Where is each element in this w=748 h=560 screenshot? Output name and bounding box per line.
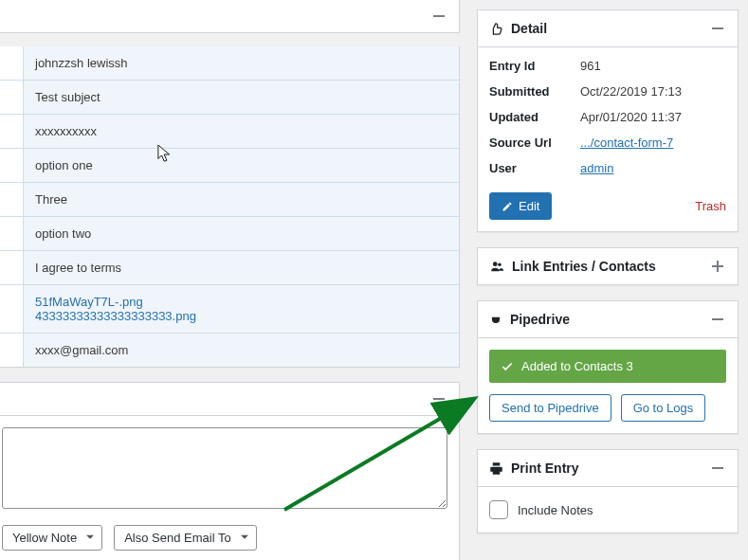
row-label-cell: [0, 251, 24, 285]
trash-link[interactable]: Trash: [695, 199, 726, 213]
print-entry-header: Print Entry: [478, 450, 738, 487]
row-label-cell: [0, 183, 24, 217]
include-notes-label: Include Notes: [518, 503, 593, 517]
table-row: johnzzsh lewissh: [0, 46, 459, 81]
detail-key-submitted: Submitted: [489, 84, 575, 99]
table-row: option two: [0, 217, 459, 251]
svg-rect-2: [712, 27, 723, 29]
detail-val-entry-id: 961: [580, 59, 726, 73]
pencil-icon: [502, 201, 513, 212]
detail-grid: Entry Id 961 Submitted Oct/22/2019 17:13…: [478, 47, 738, 189]
row-label-cell: [0, 149, 24, 183]
detail-key-source-url: Source Url: [489, 135, 575, 150]
collapse-icon[interactable]: [430, 8, 447, 25]
table-row: xxxx@gmail.com: [0, 334, 459, 367]
pipedrive-success-text: Added to Contacts 3: [521, 359, 633, 373]
collapse-icon[interactable]: [709, 20, 726, 37]
edit-button-label: Edit: [519, 199, 539, 213]
note-color-select[interactable]: Yellow Note: [2, 525, 102, 551]
detail-key-user: User: [489, 161, 575, 175]
svg-rect-8: [712, 467, 723, 469]
source-url-link[interactable]: .../contact-form-7: [580, 135, 673, 150]
pipedrive-success: Added to Contacts 3: [489, 350, 726, 383]
detail-val-source-url: .../contact-form-7: [580, 135, 726, 150]
field-value: option two: [24, 217, 459, 251]
panel-title-text: Detail: [511, 21, 547, 36]
panel-title-text: Pipedrive: [510, 312, 570, 327]
detail-key-entry-id: Entry Id: [489, 59, 575, 73]
file-link[interactable]: 51fMaWayT7L-.png: [35, 295, 143, 309]
detail-val-updated: Apr/01/2020 11:37: [580, 110, 726, 124]
plus-icon[interactable]: [709, 258, 726, 275]
table-row: xxxxxxxxxx: [0, 115, 459, 149]
collapse-icon[interactable]: [709, 311, 726, 328]
notes-panel-header: [0, 383, 459, 416]
field-value-files: 51fMaWayT7L-.png 43333333333333333333.pn…: [24, 285, 459, 334]
row-label-cell: [0, 217, 24, 251]
svg-rect-0: [433, 15, 445, 17]
row-label-cell: [0, 46, 24, 81]
svg-point-3: [493, 262, 498, 266]
panel-title-text: Link Entries / Contacts: [512, 259, 656, 274]
detail-key-updated: Updated: [489, 110, 575, 124]
svg-rect-7: [712, 318, 723, 320]
detail-panel-header: Detail: [478, 10, 738, 47]
go-to-logs-button[interactable]: Go to Logs: [621, 394, 706, 422]
print-icon: [489, 461, 503, 476]
file-link[interactable]: 43333333333333333333.png: [35, 309, 196, 323]
link-entries-panel: Link Entries / Contacts: [477, 247, 739, 285]
table-row: Three: [0, 183, 459, 217]
print-entry-panel: Print Entry Include Notes: [477, 449, 739, 533]
send-email-select[interactable]: Also Send Email To: [114, 525, 257, 551]
field-value: option one: [24, 149, 459, 183]
notes-panel: Yellow Note Also Send Email To: [0, 382, 460, 560]
field-value: Test subject: [24, 81, 459, 115]
include-notes-checkbox-row[interactable]: Include Notes: [478, 487, 738, 533]
users-icon: [489, 260, 504, 273]
notes-textarea[interactable]: [2, 427, 447, 509]
table-row: option one: [0, 149, 459, 183]
pipedrive-panel-header: Pipedrive: [478, 301, 738, 338]
edit-button[interactable]: Edit: [489, 192, 552, 220]
send-to-pipedrive-button[interactable]: Send to Pipedrive: [489, 394, 611, 422]
table-row: 51fMaWayT7L-.png 43333333333333333333.pn…: [0, 285, 459, 334]
table-row: I agree to terms: [0, 251, 459, 285]
field-value: xxxx@gmail.com: [24, 334, 459, 367]
check-icon: [501, 360, 514, 373]
field-value: Three: [24, 183, 459, 217]
entry-fields-panel-header: [0, 0, 460, 33]
user-link[interactable]: admin: [580, 161, 613, 175]
detail-val-user: admin: [580, 161, 726, 175]
collapse-icon[interactable]: [709, 460, 726, 477]
thumbs-up-icon: [489, 22, 503, 36]
svg-rect-6: [712, 265, 723, 267]
field-value: johnzzsh lewissh: [24, 46, 459, 81]
row-label-cell: [0, 115, 24, 149]
detail-panel: Detail Entry Id 961 Submitted Oct/22/201…: [477, 9, 739, 232]
row-label-cell: [0, 81, 24, 115]
table-row: Test subject: [0, 81, 459, 115]
panel-title-text: Print Entry: [511, 461, 579, 476]
detail-val-submitted: Oct/22/2019 17:13: [580, 84, 726, 99]
row-label-cell: [0, 334, 24, 367]
pipedrive-panel: Pipedrive Added to Contacts 3 Send to Pi…: [477, 300, 739, 434]
svg-point-4: [498, 263, 502, 267]
entry-fields-table: johnzzsh lewissh Test subject xxxxxxxxxx…: [0, 46, 460, 368]
plug-icon: [489, 313, 502, 326]
include-notes-checkbox[interactable]: [489, 500, 508, 519]
collapse-icon[interactable]: [430, 390, 447, 407]
link-entries-header[interactable]: Link Entries / Contacts: [478, 248, 738, 284]
field-value: xxxxxxxxxx: [24, 115, 459, 149]
field-value: I agree to terms: [24, 251, 459, 285]
row-label-cell: [0, 285, 24, 334]
svg-rect-1: [433, 398, 445, 400]
